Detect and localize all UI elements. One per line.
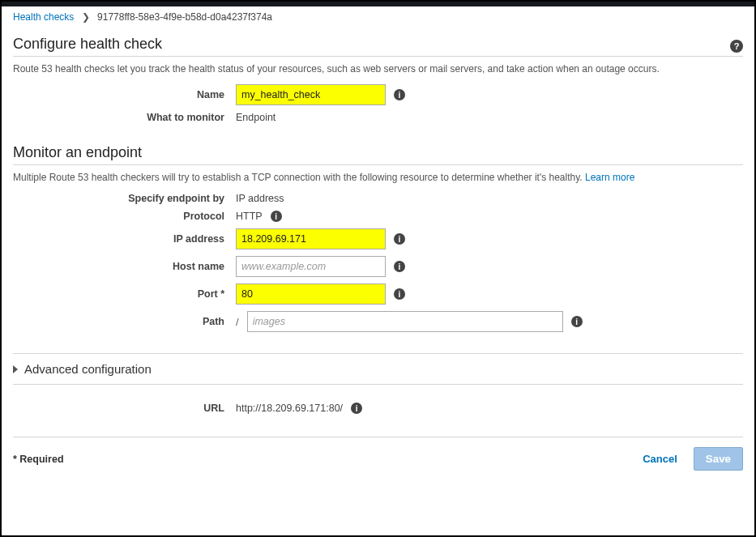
host-name-label: Host name bbox=[13, 261, 236, 272]
path-prefix: / bbox=[236, 316, 239, 328]
chevron-right-icon: ❯ bbox=[82, 11, 90, 23]
url-value: http://18.209.69.171:80/ bbox=[236, 403, 343, 414]
caret-right-icon bbox=[13, 365, 18, 373]
protocol-label: Protocol bbox=[13, 211, 236, 222]
info-icon[interactable]: i bbox=[571, 316, 583, 327]
required-note: * Required bbox=[13, 454, 64, 465]
host-name-input[interactable] bbox=[236, 256, 386, 277]
info-icon[interactable]: i bbox=[394, 288, 405, 300]
monitor-description: Multiple Route 53 health checkers will t… bbox=[13, 172, 743, 183]
breadcrumb: Health checks ❯ 91778ff8-58e3-4f9e-b58d-… bbox=[2, 6, 754, 31]
name-input[interactable] bbox=[236, 84, 386, 105]
cancel-button[interactable]: Cancel bbox=[638, 452, 682, 466]
what-to-monitor-label: What to monitor bbox=[13, 112, 236, 123]
advanced-configuration-toggle[interactable]: Advanced configuration bbox=[13, 353, 743, 385]
specify-endpoint-label: Specify endpoint by bbox=[13, 193, 236, 204]
ip-address-input[interactable] bbox=[236, 228, 386, 249]
help-icon[interactable]: ? bbox=[730, 40, 743, 53]
info-icon[interactable]: i bbox=[394, 261, 405, 272]
url-label: URL bbox=[13, 403, 236, 414]
breadcrumb-root-link[interactable]: Health checks bbox=[13, 11, 74, 23]
advanced-configuration-label: Advanced configuration bbox=[24, 362, 152, 376]
name-label: Name bbox=[13, 89, 236, 100]
configure-description: Route 53 health checks let you track the… bbox=[13, 63, 743, 75]
configure-section-header: Configure health check ? bbox=[13, 36, 743, 57]
info-icon[interactable]: i bbox=[394, 233, 405, 245]
monitor-section-header: Monitor an endpoint bbox=[13, 144, 743, 165]
save-button[interactable]: Save bbox=[694, 447, 743, 471]
info-icon[interactable]: i bbox=[351, 403, 362, 414]
info-icon[interactable]: i bbox=[271, 211, 282, 222]
what-to-monitor-value: Endpoint bbox=[236, 112, 275, 123]
monitor-title: Monitor an endpoint bbox=[13, 144, 142, 161]
port-label: Port * bbox=[13, 288, 236, 300]
breadcrumb-current: 91778ff8-58e3-4f9e-b58d-d0a4237f374a bbox=[97, 11, 272, 23]
ip-address-label: IP address bbox=[13, 233, 236, 245]
learn-more-link[interactable]: Learn more bbox=[585, 172, 634, 183]
path-label: Path bbox=[13, 316, 236, 327]
path-input[interactable] bbox=[247, 311, 563, 332]
info-icon[interactable]: i bbox=[394, 89, 405, 100]
specify-endpoint-value: IP address bbox=[236, 193, 284, 204]
protocol-value: HTTP bbox=[236, 211, 263, 222]
configure-title: Configure health check bbox=[13, 36, 162, 53]
port-input[interactable] bbox=[236, 283, 386, 305]
